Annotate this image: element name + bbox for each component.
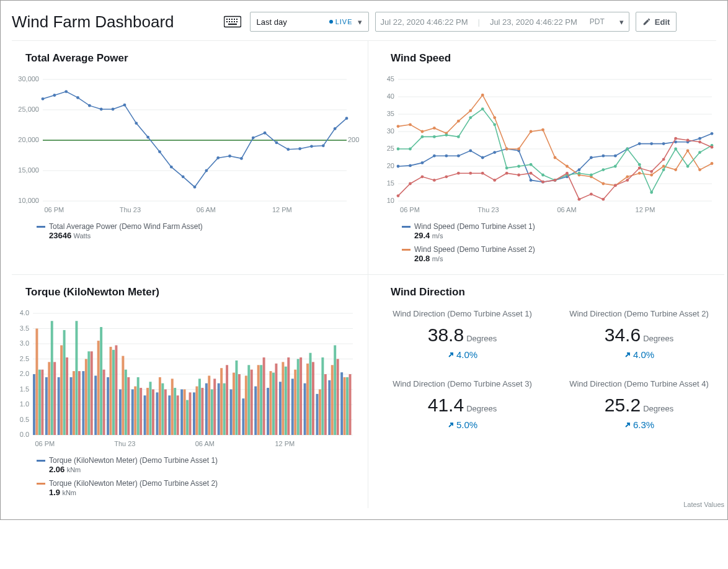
kpi-card: Wind Direction (Demo Turbine Asset 2)34.… bbox=[554, 308, 724, 360]
kpi-card: Wind Direction (Demo Turbine Asset 3)41.… bbox=[377, 379, 548, 430]
svg-point-46 bbox=[298, 147, 301, 150]
svg-rect-267 bbox=[211, 390, 213, 436]
svg-rect-283 bbox=[91, 351, 93, 435]
svg-text:06 PM: 06 PM bbox=[400, 206, 420, 213]
svg-point-101 bbox=[433, 127, 436, 130]
svg-point-137 bbox=[541, 174, 544, 177]
svg-point-128 bbox=[433, 135, 436, 138]
svg-rect-258 bbox=[100, 327, 102, 435]
svg-text:1.0: 1.0 bbox=[20, 400, 29, 408]
svg-rect-249 bbox=[306, 364, 309, 435]
svg-point-40 bbox=[228, 155, 231, 158]
svg-text:06 PM: 06 PM bbox=[35, 440, 55, 447]
svg-point-125 bbox=[397, 148, 400, 151]
svg-rect-221 bbox=[279, 382, 282, 435]
svg-rect-201 bbox=[33, 374, 35, 435]
page-title: Wind Farm Dashboard bbox=[12, 12, 174, 32]
svg-rect-242 bbox=[220, 368, 223, 435]
svg-point-39 bbox=[216, 156, 220, 159]
svg-point-144 bbox=[626, 148, 629, 151]
svg-point-160 bbox=[493, 179, 496, 182]
svg-rect-278 bbox=[346, 377, 348, 435]
svg-text:1.5: 1.5 bbox=[20, 385, 29, 393]
edit-button[interactable]: Edit bbox=[636, 12, 677, 32]
svg-text:20,000: 20,000 bbox=[18, 136, 39, 143]
svg-text:06 AM: 06 AM bbox=[195, 440, 215, 447]
svg-rect-272 bbox=[272, 373, 275, 435]
svg-point-129 bbox=[445, 133, 448, 137]
svg-point-173 bbox=[650, 170, 653, 173]
date-range-picker[interactable]: Jul 22, 2020 4:46:22 PM | Jul 23, 2020 4… bbox=[375, 12, 629, 32]
svg-point-133 bbox=[493, 123, 496, 126]
svg-rect-263 bbox=[161, 383, 164, 435]
svg-rect-285 bbox=[115, 345, 117, 435]
svg-rect-223 bbox=[304, 383, 306, 435]
svg-point-31 bbox=[123, 104, 127, 107]
svg-point-152 bbox=[397, 194, 400, 197]
legend-item: Torque (KiloNewton Meter) (Demo Turbine … bbox=[37, 479, 359, 497]
svg-rect-232 bbox=[97, 341, 100, 435]
svg-point-99 bbox=[409, 123, 412, 126]
trend-up-icon: 5.0% bbox=[377, 419, 548, 430]
svg-point-117 bbox=[626, 175, 629, 178]
svg-point-134 bbox=[505, 166, 508, 169]
svg-rect-268 bbox=[223, 383, 226, 435]
svg-text:12 PM: 12 PM bbox=[275, 440, 295, 447]
panel-title: Torque (KiloNewton Meter) bbox=[25, 286, 359, 298]
svg-rect-226 bbox=[340, 372, 343, 435]
svg-point-78 bbox=[481, 156, 484, 159]
svg-point-178 bbox=[711, 146, 714, 149]
svg-point-162 bbox=[517, 174, 520, 177]
svg-point-50 bbox=[345, 117, 348, 120]
line-chart-power[interactable]: 10,00015,00020,00025,00030,0002000006 PM… bbox=[12, 74, 359, 217]
svg-point-93 bbox=[662, 142, 665, 145]
panel-title: Wind Speed bbox=[391, 52, 724, 65]
svg-point-135 bbox=[517, 165, 520, 168]
svg-rect-276 bbox=[321, 357, 324, 435]
kpi-grid: Wind Direction (Demo Turbine Asset 1)38.… bbox=[377, 308, 724, 430]
svg-point-92 bbox=[650, 142, 653, 145]
svg-rect-241 bbox=[208, 375, 210, 435]
line-chart-wind-speed[interactable]: 101520253035404506 PMThu 2306 AM12 PM bbox=[377, 74, 724, 217]
svg-text:15: 15 bbox=[387, 179, 394, 187]
svg-text:4.0: 4.0 bbox=[20, 309, 29, 316]
svg-rect-246 bbox=[270, 371, 272, 435]
svg-rect-228 bbox=[48, 362, 50, 435]
svg-text:Thu 23: Thu 23 bbox=[120, 206, 141, 213]
svg-rect-206 bbox=[94, 375, 97, 435]
svg-text:40: 40 bbox=[387, 92, 394, 100]
svg-rect-230 bbox=[73, 371, 75, 435]
svg-point-147 bbox=[662, 168, 665, 171]
svg-text:Thu 23: Thu 23 bbox=[114, 440, 135, 447]
svg-text:10,000: 10,000 bbox=[18, 197, 39, 204]
svg-rect-8 bbox=[231, 21, 233, 22]
svg-text:06 AM: 06 AM bbox=[557, 206, 576, 213]
svg-point-30 bbox=[112, 108, 115, 111]
svg-text:3.5: 3.5 bbox=[20, 325, 29, 332]
svg-point-168 bbox=[590, 192, 593, 195]
svg-point-172 bbox=[638, 166, 641, 169]
svg-rect-231 bbox=[85, 359, 87, 436]
svg-rect-252 bbox=[344, 377, 346, 435]
svg-text:Thu 23: Thu 23 bbox=[477, 206, 499, 213]
live-badge: LIVE bbox=[329, 18, 353, 25]
svg-point-100 bbox=[421, 130, 424, 133]
svg-text:12 PM: 12 PM bbox=[272, 206, 292, 213]
svg-point-38 bbox=[205, 169, 208, 172]
svg-text:06 AM: 06 AM bbox=[197, 206, 216, 213]
svg-point-108 bbox=[517, 148, 520, 151]
kpi-card: Wind Direction (Demo Turbine Asset 4)25.… bbox=[554, 379, 724, 430]
bar-chart-torque[interactable]: 0.00.51.01.52.02.53.03.54.006 PMThu 2306… bbox=[12, 308, 359, 451]
svg-point-176 bbox=[686, 139, 690, 142]
keyboard-icon[interactable] bbox=[224, 16, 241, 28]
trend-up-icon: 4.0% bbox=[554, 349, 724, 360]
time-range-select[interactable]: Last day LIVE ▾ bbox=[250, 12, 369, 32]
svg-rect-269 bbox=[235, 361, 237, 435]
svg-point-154 bbox=[421, 175, 424, 178]
svg-point-145 bbox=[638, 163, 641, 166]
svg-rect-253 bbox=[38, 370, 41, 435]
svg-point-127 bbox=[421, 135, 424, 138]
svg-rect-291 bbox=[189, 392, 192, 435]
svg-rect-204 bbox=[70, 377, 73, 435]
legend-item: Torque (KiloNewton Meter) (Demo Turbine … bbox=[37, 456, 359, 474]
